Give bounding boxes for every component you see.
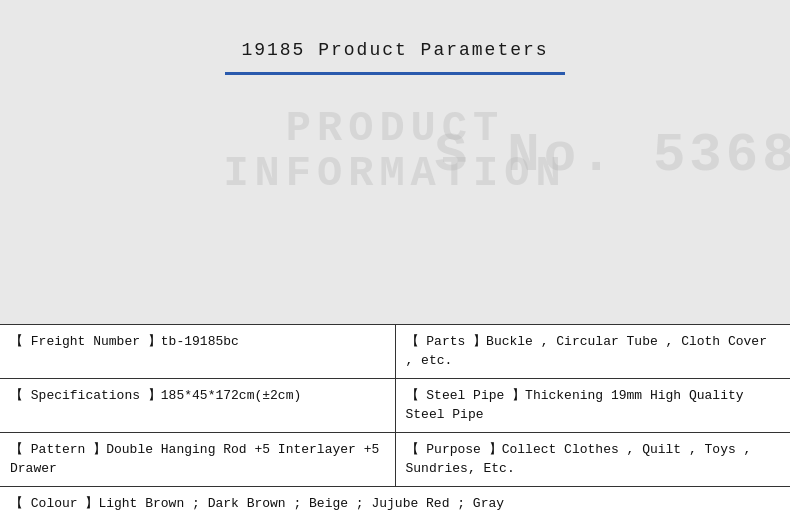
page-wrapper: 19185 Product Parameters PRODUCT INFORMA… [0, 0, 790, 520]
top-section: 19185 Product Parameters PRODUCT INFORMA… [0, 0, 790, 324]
table-row: 【 Specifications 】185*45*172cm(±2cm) 【 S… [0, 378, 790, 432]
specifications-value: 【 Specifications 】185*45*172cm(±2cm) [10, 388, 301, 403]
table-row: 【 Freight Number 】tb-19185bc 【 Parts 】Bu… [0, 325, 790, 379]
params-table: 【 Freight Number 】tb-19185bc 【 Parts 】Bu… [0, 325, 790, 521]
title-underline [225, 72, 565, 75]
purpose-value: 【 Purpose 】Collect Clothes , Quilt , Toy… [406, 442, 752, 477]
colour-cell: 【 Colour 】Light Brown ; Dark Brown ; Bei… [0, 486, 790, 520]
steel-pipe-value: 【 Steel Pipe 】Thickening 19mm High Quali… [406, 388, 744, 423]
watermark-area: PRODUCT INFORMATION S No. 5368223 [0, 95, 790, 324]
freight-number-cell: 【 Freight Number 】tb-19185bc [0, 325, 395, 379]
purpose-cell: 【 Purpose 】Collect Clothes , Quilt , Toy… [395, 432, 790, 486]
parts-value: 【 Parts 】Buckle , Circular Tube , Cloth … [406, 334, 767, 369]
colour-value: 【 Colour 】Light Brown ; Dark Brown ; Bei… [10, 496, 504, 511]
table-row: 【 Colour 】Light Brown ; Dark Brown ; Bei… [0, 486, 790, 520]
watermark-no-text: S No. 5368223 [435, 125, 791, 186]
parts-cell: 【 Parts 】Buckle , Circular Tube , Cloth … [395, 325, 790, 379]
table-row: 【 Pattern 】Double Hanging Rod +5 Interla… [0, 432, 790, 486]
bottom-section: 【 Freight Number 】tb-19185bc 【 Parts 】Bu… [0, 324, 790, 521]
pattern-value: 【 Pattern 】Double Hanging Rod +5 Interla… [10, 442, 379, 477]
pattern-cell: 【 Pattern 】Double Hanging Rod +5 Interla… [0, 432, 395, 486]
freight-number-value: 【 Freight Number 】tb-19185bc [10, 334, 239, 349]
product-title: 19185 Product Parameters [241, 40, 548, 60]
specifications-cell: 【 Specifications 】185*45*172cm(±2cm) [0, 378, 395, 432]
steel-pipe-cell: 【 Steel Pipe 】Thickening 19mm High Quali… [395, 378, 790, 432]
